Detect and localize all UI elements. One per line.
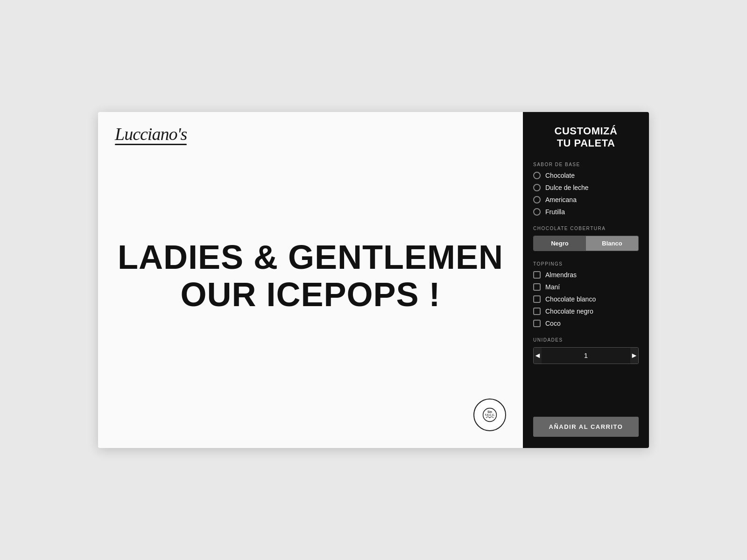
sabor-americana-label: Americana <box>545 196 577 203</box>
topping-choc-blanco[interactable]: Chocolate blanco <box>533 295 639 303</box>
cobertura-toggle: Negro Blanco <box>533 236 639 251</box>
main-container: Lucciano's LADIES & GENTLEMEN OUR ICEPOP… <box>98 112 649 448</box>
sabor-chocolate[interactable]: Chocolate <box>533 172 639 179</box>
units-control: ◄ ► <box>533 347 639 364</box>
toppings-group: Almendras Maní Chocolate blanco Chocolat… <box>533 271 639 327</box>
sabor-chocolate-label: Chocolate <box>545 172 575 179</box>
sin-tacc-icon: Sin T.A.C.C. <box>482 407 497 422</box>
topping-mani-label: Maní <box>545 283 560 291</box>
sabor-frutilla[interactable]: Frutilla <box>533 208 639 216</box>
sin-tacc-inner: Sin T.A.C.C. <box>482 407 497 422</box>
radio-frutilla[interactable] <box>533 208 541 216</box>
topping-coco[interactable]: Coco <box>533 320 639 327</box>
sabor-americana[interactable]: Americana <box>533 196 639 203</box>
add-to-cart-button[interactable]: AÑADIR AL CARRITO <box>533 417 639 437</box>
right-panel: CUSTOMIZÁ TU PALETA SABOR DE BASE Chocol… <box>523 112 649 448</box>
units-increment-btn[interactable]: ► <box>630 348 638 364</box>
sabor-dulce-leche[interactable]: Dulce de leche <box>533 184 639 191</box>
checkbox-almendras[interactable] <box>533 271 541 279</box>
hero-line1: LADIES & GENTLEMEN <box>118 239 503 276</box>
customize-title: CUSTOMIZÁ TU PALETA <box>533 125 639 150</box>
svg-text:T.A.C.C.: T.A.C.C. <box>485 413 495 416</box>
cobertura-blanco-btn[interactable]: Blanco <box>586 236 638 251</box>
topping-choc-negro[interactable]: Chocolate negro <box>533 308 639 315</box>
sin-tacc-badge: Sin T.A.C.C. <box>473 399 506 431</box>
hero-content: LADIES & GENTLEMEN OUR ICEPOPS ! <box>115 145 506 435</box>
toppings-label: TOPPINGS <box>533 261 639 266</box>
sabor-dulce-leche-label: Dulce de leche <box>545 184 589 191</box>
topping-mani[interactable]: Maní <box>533 283 639 291</box>
topping-almendras-label: Almendras <box>545 271 577 279</box>
checkbox-mani[interactable] <box>533 283 541 291</box>
topping-coco-label: Coco <box>545 320 561 327</box>
sabor-label: SABOR DE BASE <box>533 162 639 167</box>
checkbox-choc-blanco[interactable] <box>533 295 541 303</box>
sabor-frutilla-label: Frutilla <box>545 208 565 216</box>
radio-chocolate[interactable] <box>533 172 541 179</box>
left-panel: Lucciano's LADIES & GENTLEMEN OUR ICEPOP… <box>98 112 523 448</box>
cobertura-label: CHOCOLATE COBERTURA <box>533 226 639 231</box>
radio-americana[interactable] <box>533 196 541 203</box>
svg-text:Sin: Sin <box>487 410 492 413</box>
radio-dulce-leche[interactable] <box>533 184 541 191</box>
topping-choc-negro-label: Chocolate negro <box>545 308 593 315</box>
unidades-label: UNIDADES <box>533 337 639 343</box>
topping-almendras[interactable]: Almendras <box>533 271 639 279</box>
hero-text: LADIES & GENTLEMEN OUR ICEPOPS ! <box>118 239 503 313</box>
units-input[interactable] <box>542 348 630 364</box>
checkbox-choc-negro[interactable] <box>533 308 541 315</box>
units-decrement-btn[interactable]: ◄ <box>534 348 542 364</box>
topping-choc-blanco-label: Chocolate blanco <box>545 295 596 303</box>
logo-area: Lucciano's <box>115 125 187 145</box>
logo-text: Lucciano's <box>115 125 187 143</box>
cobertura-negro-btn[interactable]: Negro <box>534 236 586 251</box>
sabor-group: Chocolate Dulce de leche Americana Fruti… <box>533 172 639 216</box>
hero-line2: OUR ICEPOPS ! <box>118 276 503 313</box>
checkbox-coco[interactable] <box>533 320 541 327</box>
